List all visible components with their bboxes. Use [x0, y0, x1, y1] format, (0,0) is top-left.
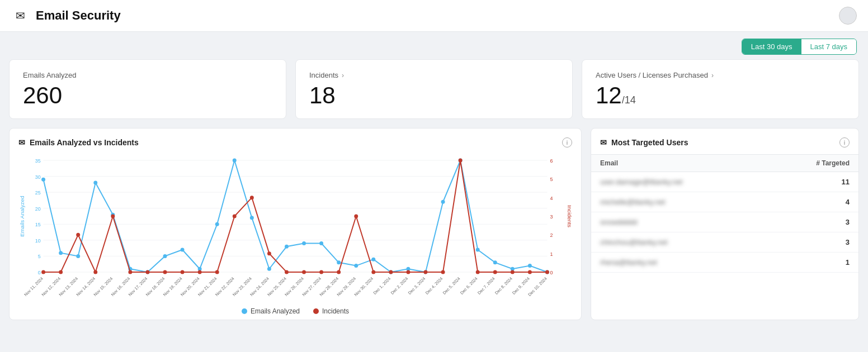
svg-point-65: [215, 270, 219, 274]
stat-value-emails: 260: [23, 84, 272, 107]
chart-title: ✉ Emails Analyzed vs Incidents: [18, 138, 139, 147]
chart-area: 051015202530350123456Emails AnalyzedInci…: [18, 152, 572, 303]
svg-point-36: [233, 159, 237, 163]
svg-point-61: [145, 270, 149, 274]
stat-label-users: Active Users / Licenses Purchased ›: [596, 71, 845, 79]
page-title: Email Security: [36, 8, 121, 23]
svg-point-71: [319, 270, 323, 274]
svg-point-62: [163, 270, 167, 274]
svg-point-64: [198, 270, 202, 274]
user-email: chinchou@ttanky.net: [591, 232, 768, 253]
svg-point-44: [371, 258, 375, 261]
user-count: 3: [768, 212, 858, 232]
users-info-icon[interactable]: i: [839, 137, 850, 148]
stat-value-incidents: 18: [309, 84, 559, 107]
svg-text:15: 15: [35, 222, 41, 227]
svg-text:Dec 3, 2024: Dec 3, 2024: [407, 276, 427, 296]
user-count: 3: [768, 232, 858, 253]
svg-text:0: 0: [38, 270, 41, 275]
stat-label-emails: Emails Analyzed: [23, 71, 272, 79]
svg-point-42: [337, 260, 341, 264]
svg-point-57: [76, 233, 80, 237]
legend-dot-emails: [242, 308, 247, 314]
col-targeted: # Targeted: [768, 155, 858, 172]
user-email: michelle@ttanky.net: [591, 192, 768, 212]
svg-text:1: 1: [550, 251, 553, 257]
svg-text:5: 5: [550, 177, 553, 182]
chart-legend: Emails Analyzed Incidents: [18, 307, 572, 315]
avatar[interactable]: [839, 7, 857, 25]
svg-point-35: [215, 222, 219, 226]
user-count: 11: [768, 172, 858, 192]
svg-point-53: [528, 264, 532, 268]
svg-point-25: [41, 178, 45, 182]
svg-text:Dec 8, 2024: Dec 8, 2024: [494, 276, 513, 296]
legend-dot-incidents: [313, 308, 319, 314]
svg-text:6: 6: [550, 158, 553, 164]
svg-text:5: 5: [38, 254, 41, 259]
svg-point-69: [285, 270, 289, 274]
svg-point-32: [163, 254, 167, 258]
svg-text:10: 10: [35, 238, 41, 244]
most-targeted-card: ✉ Most Targeted Users i Email # Targeted…: [591, 128, 859, 320]
svg-text:Dec 1, 2024: Dec 1, 2024: [372, 276, 392, 296]
chart-info-icon[interactable]: i: [562, 137, 572, 148]
svg-text:Emails Analyzed: Emails Analyzed: [19, 196, 25, 236]
stat-active-users[interactable]: Active Users / Licenses Purchased › 12/1…: [582, 59, 859, 119]
chart-card: ✉ Emails Analyzed vs Incidents i 0510152…: [9, 128, 582, 320]
svg-point-48: [441, 200, 445, 204]
legend-incidents: Incidents: [313, 307, 349, 315]
table-row: rhena@ttanky.net1: [591, 253, 858, 273]
svg-point-72: [337, 270, 341, 274]
toolbar: Last 30 days Last 7 days: [0, 32, 868, 59]
stat-incidents[interactable]: Incidents › 18: [295, 59, 573, 119]
svg-point-67: [250, 196, 254, 199]
svg-point-74: [371, 270, 375, 274]
svg-text:4: 4: [550, 196, 553, 201]
svg-text:30: 30: [35, 174, 41, 180]
btn-last-7-days[interactable]: Last 7 days: [801, 39, 857, 54]
user-email: snowddddd: [591, 212, 768, 232]
svg-point-33: [181, 248, 185, 252]
table-row: chinchou@ttanky.net3: [591, 232, 858, 253]
users-title: ✉ Most Targeted Users: [600, 138, 688, 147]
svg-point-79: [459, 159, 463, 163]
svg-text:Dec 2, 2024: Dec 2, 2024: [390, 276, 409, 296]
users-email-icon: ✉: [600, 138, 607, 147]
chart-email-icon: ✉: [18, 138, 25, 147]
page: ✉ Email Security Last 30 days Last 7 day…: [0, 0, 868, 352]
chart-header: ✉ Emails Analyzed vs Incidents i: [18, 137, 572, 148]
svg-point-84: [545, 270, 549, 274]
svg-text:25: 25: [35, 190, 41, 196]
svg-point-26: [59, 251, 63, 255]
svg-text:Dec 7, 2024: Dec 7, 2024: [477, 276, 496, 296]
svg-point-66: [233, 215, 237, 218]
email-icon: ✉: [11, 7, 29, 25]
table-row: michelle@ttanky.net4: [591, 192, 858, 212]
svg-point-56: [59, 270, 63, 274]
svg-text:Incidents: Incidents: [567, 205, 572, 227]
svg-point-83: [528, 270, 532, 274]
svg-point-58: [93, 270, 97, 274]
svg-point-27: [76, 254, 80, 258]
svg-text:Dec 4, 2024: Dec 4, 2024: [424, 276, 444, 296]
user-email: rhena@ttanky.net: [591, 253, 768, 273]
header: ✉ Email Security: [0, 0, 868, 32]
svg-point-76: [406, 270, 410, 274]
svg-point-39: [285, 245, 289, 249]
user-count: 4: [768, 192, 858, 212]
svg-point-40: [302, 241, 306, 245]
svg-point-73: [354, 215, 358, 218]
btn-last-30-days[interactable]: Last 30 days: [742, 39, 801, 54]
user-email: user.damage@tttanky.net: [591, 172, 768, 192]
incidents-chevron: ›: [342, 72, 344, 79]
svg-point-51: [493, 260, 497, 264]
users-header: ✉ Most Targeted Users i: [591, 137, 858, 154]
users-chevron: ›: [711, 72, 714, 79]
svg-point-75: [389, 270, 393, 274]
table-row: snowddddd3: [591, 212, 858, 232]
col-email: Email: [591, 155, 768, 172]
svg-point-55: [41, 270, 45, 274]
users-table: Email # Targeted user.damage@tttanky.net…: [591, 154, 858, 273]
legend-emails: Emails Analyzed: [242, 307, 300, 315]
